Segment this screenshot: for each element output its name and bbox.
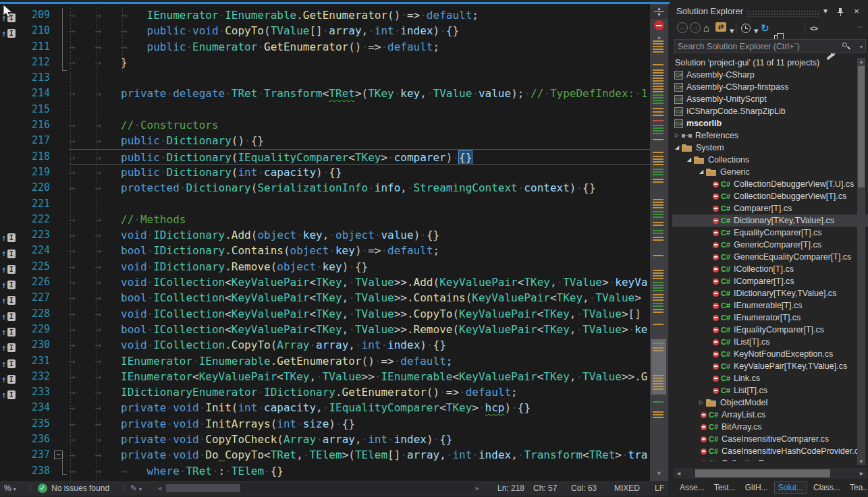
scroll-left-icon[interactable]: ◄ [676,468,682,479]
tree-horizontal-scrollbar[interactable]: ◄ ► [674,468,867,479]
code-line[interactable]: ↑I228→ → void·ICollection<KeyValuePair<T… [0,306,650,322]
code-line[interactable]: 238→ → → where·TRet·:·TElem·{} [0,463,650,479]
tree-item-equalitycomparer-t-cs[interactable]: C#EqualityComparer[T].cs [672,227,868,239]
toolbar-overflow-icon[interactable]: .. [857,19,862,31]
pending-changes-filter-button[interactable] [741,24,751,33]
implements-glyph-icon[interactable]: ↑I [0,259,20,274]
code-line[interactable]: 212→ → } [0,55,650,70]
chevron-down-icon[interactable]: ▾ [860,44,863,50]
implements-glyph-icon[interactable]: ↑I [0,243,20,258]
status-column[interactable]: Col: 63 [571,481,597,496]
tree-item-ienumerator-t-cs[interactable]: C#IEnumerator[T].cs [672,312,868,324]
code-line[interactable]: ↑I210→ → → public·void·CopyTo(TValue[]·a… [0,23,650,38]
zoom-control[interactable]: %▾ [4,481,16,496]
code-line[interactable]: ↑I232→ → IEnumerator<KeyValuePair<TKey,·… [0,369,650,384]
tree-item-mscorlib[interactable]: C#mscorlib [672,117,868,129]
tree-item-keynotfoundexception-cs[interactable]: C#KeyNotFoundException.cs [672,348,868,360]
code-line[interactable]: ↑I230→ → void·ICollection.CopyTo(Array·a… [0,337,650,353]
code-line[interactable]: 214→ → private·delegate·TRet·Transform<T… [0,86,650,101]
implements-glyph-icon[interactable]: ↑I [0,369,20,384]
tree-item-ienumerable-t-cs[interactable]: C#IEnumerable[T].cs [672,299,868,312]
collapse-arrow-icon[interactable]: ◢ [672,142,682,154]
pin-icon[interactable] [836,7,845,17]
status-line[interactable]: Ln: 218 [497,481,524,496]
scroll-up-icon[interactable]: ▲ [857,59,865,65]
editor-horizontal-scrollbar[interactable] [166,483,472,494]
tool-window-tab-tea[interactable]: Tea... [846,482,868,493]
implements-glyph-icon[interactable]: ↑I [0,384,20,400]
scrollbar-thumb[interactable] [695,469,830,477]
code-line[interactable]: 217→ → public·Dictionary()·{} [0,133,650,148]
code-line[interactable]: ↑I226→ → void·ICollection<KeyValuePair<T… [0,274,650,290]
implements-glyph-icon[interactable]: ↑I [0,274,20,290]
scroll-down-icon[interactable]: ▼ [857,459,865,465]
tree-item-bitarray-cs[interactable]: C#BitArray.cs [672,421,868,433]
home-button[interactable]: ⌂ [703,22,709,34]
tree-item-list-t-cs[interactable]: C#List[T].cs [672,384,868,397]
collapse-arrow-icon[interactable]: ◢ [697,166,706,178]
tree-item-assembly-unityscript[interactable]: C#Assembly-UnityScript [672,93,868,105]
tool-window-tab-asse[interactable]: Asse... [676,482,708,493]
code-line[interactable]: 216→ → //·Constructors [0,117,650,133]
tree-item-icomparer-t-cs[interactable]: C#IComparer[T].cs [672,275,868,287]
tree-item-genericequalitycomparer-t-cs[interactable]: C#GenericEqualityComparer[T].cs [672,251,868,263]
tree-item-caseinsensitivehashcodeprovider-cs[interactable]: C#CaseInsensitiveHashCodeProvider.cs [672,445,868,457]
code-line[interactable]: 220→ → protected·Dictionary(Serializatio… [0,180,650,196]
health-indicator[interactable]: ✓ No issues found [38,481,109,496]
code-line[interactable]: 215 [0,102,650,117]
code-line[interactable]: ↑I229→ → bool·ICollection<KeyValuePair<T… [0,322,650,337]
tree-item-genericcomparer-t-cs[interactable]: C#GenericComparer[T].cs [672,239,868,251]
tool-window-tab-solut[interactable]: Solut... [774,481,807,494]
tree-item-arraylist-cs[interactable]: C#ArrayList.cs [672,409,868,421]
window-menu-icon[interactable]: ▼ [819,5,832,18]
implements-glyph-icon[interactable]: ↑I [0,227,20,243]
code-line[interactable]: 235→ → private·void·InitArrays(int·size)… [0,416,650,432]
drag-grip[interactable] [747,10,819,17]
scrollbar-thumb[interactable] [166,484,240,492]
code-line[interactable]: 237−→ → private·void·Do_CopyTo<TRet,·TEl… [0,447,650,463]
back-button[interactable]: ← [677,22,688,33]
tree-item-keyvaluepair-tkey-tvalue-cs[interactable]: C#KeyValuePair[TKey,TValue].cs [672,360,868,372]
implements-glyph-icon[interactable]: ↑I [0,322,20,337]
scroll-right-icon[interactable]: ► [859,468,865,479]
expand-arrow-icon[interactable]: ▷ [697,397,706,409]
tree-item-references[interactable]: ▷References [672,129,868,142]
status-character[interactable]: Ch: 57 [533,481,557,496]
implements-glyph-icon[interactable]: ↑I [0,353,20,369]
tree-item-icsharpcode-sharpziplib[interactable]: C#ICSharpCode.SharpZipLib [672,105,868,117]
tree-item-objectmodel[interactable]: ▷ObjectModel [672,397,868,409]
tool-window-tab-gith[interactable]: GitH... [742,482,771,493]
formatting-button[interactable]: ✎▾ [130,481,142,496]
implements-glyph-icon[interactable]: ↑I [0,23,20,38]
search-box[interactable]: ▾ [674,39,866,53]
refresh-button[interactable]: ↻ [761,22,769,34]
collapse-arrow-icon[interactable]: ◢ [684,154,694,166]
tree-item-comparer-t-cs[interactable]: C#Comparer[T].cs [672,202,868,214]
tree-item-assembly-csharp[interactable]: C#Assembly-CSharp [672,69,868,81]
switch-views-button[interactable]: ⇄ [715,22,726,32]
close-icon[interactable]: × [850,5,863,18]
tree-item-collectionbase-cs[interactable]: C#CollectionBase.cs [672,457,868,461]
tree-item-iequalitycomparer-t-cs[interactable]: C#IEqualityComparer[T].cs [672,324,868,336]
code-line[interactable]: ↑I224→ → bool·IDictionary.Contains(objec… [0,243,650,258]
tree-item-system[interactable]: ◢System [672,142,868,154]
tree-item-collectiondebuggerview-t-u-cs[interactable]: C#CollectionDebuggerView[T,U].cs [672,178,868,190]
code-line[interactable]: 218→ → public·Dictionary(IEqualityCompar… [0,149,650,165]
code-line[interactable]: 211→ → → public·Enumerator·GetEnumerator… [0,39,650,55]
code-line[interactable]: 236→ → private·void·CopyToCheck(Array·ar… [0,432,650,447]
hscroll-left-icon[interactable]: ◄ [157,481,163,496]
tree-item-dictionary-tkey-tvalue-cs[interactable]: C#Dictionary[TKey,TValue].cs [672,214,868,227]
code-line[interactable]: ↑I231→ → IEnumerator·IEnumerable.GetEnum… [0,353,650,369]
scrollbar-thumb[interactable] [858,66,865,187]
implements-glyph-icon[interactable]: ↑I [0,290,20,305]
scrollbar-thumb[interactable] [651,339,666,394]
status-eol[interactable]: LF [655,481,664,496]
tree-item-idictionary-tkey-tvalue-cs[interactable]: C#IDictionary[TKey,TValue].cs [672,287,868,299]
tool-window-tab-class[interactable]: Class... [810,482,844,493]
hscroll-right-icon[interactable]: ► [474,481,481,496]
code-line[interactable]: 219→ → public·Dictionary(int·capacity)·{… [0,165,650,180]
code-line[interactable]: ↑I225→ → void·IDictionary.Remove(object·… [0,259,650,274]
tree-item-collections[interactable]: ◢Collections [672,154,868,166]
solution-root-node[interactable]: Solution 'project-gui' (11 of 11 project… [672,57,868,69]
code-line[interactable]: ↑I233→ → IDictionaryEnumerator·IDictiona… [0,384,650,400]
